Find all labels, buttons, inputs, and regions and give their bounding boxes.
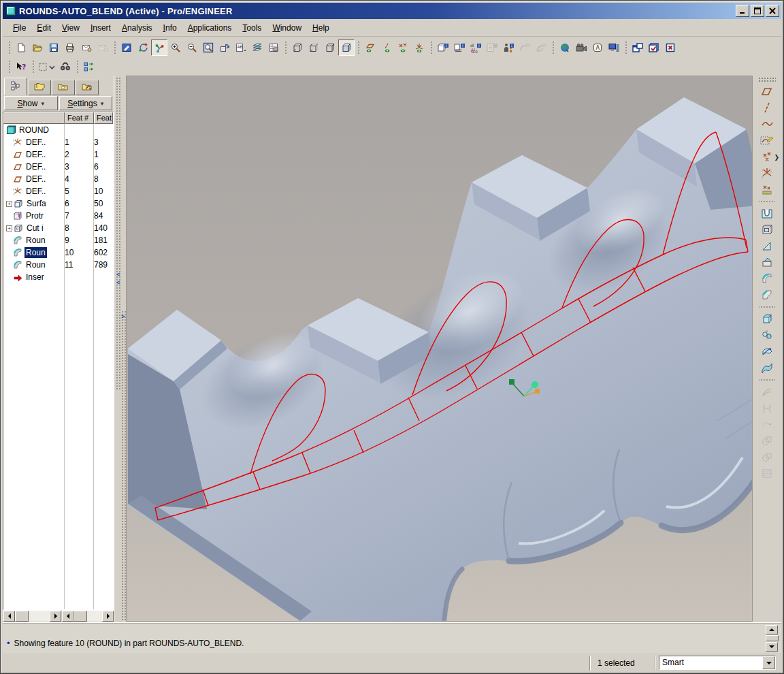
shaded-display-button[interactable] bbox=[338, 39, 355, 56]
menu-applications[interactable]: Applications bbox=[183, 21, 237, 35]
expand-icon[interactable]: + bbox=[6, 225, 12, 231]
flyout-arrow-icon[interactable]: ❯ bbox=[774, 154, 779, 161]
menu-tools[interactable]: Tools bbox=[238, 21, 266, 35]
tree-header-name[interactable] bbox=[3, 112, 65, 124]
new-file-button[interactable] bbox=[13, 39, 29, 56]
model-tree-setup-button[interactable] bbox=[265, 39, 282, 56]
show-dropdown-button[interactable]: Show▾ bbox=[4, 96, 58, 110]
zoom-out-button[interactable] bbox=[184, 39, 200, 56]
title-bar[interactable]: ROUNDS-AUTO_BLEND (Active) - Pro/ENGINEE… bbox=[3, 3, 781, 19]
boundary-blend-tool-button[interactable] bbox=[759, 359, 775, 376]
save-button[interactable] bbox=[46, 39, 62, 56]
close-button[interactable] bbox=[766, 5, 779, 17]
menu-help[interactable]: Help bbox=[308, 21, 334, 35]
menu-info[interactable]: Info bbox=[159, 21, 182, 35]
tree-row-feature[interactable]: yzx DEF.. 5 10 bbox=[3, 185, 113, 197]
spin-center-button[interactable] bbox=[151, 39, 167, 56]
offset-point-tool-button[interactable] bbox=[759, 181, 775, 197]
scrollbar-thumb[interactable] bbox=[766, 635, 779, 641]
menu-file[interactable]: File bbox=[8, 21, 31, 35]
context-help-button[interactable]: ? bbox=[13, 59, 29, 75]
datum-csys-tool-button[interactable]: yzx bbox=[759, 165, 775, 181]
scroll-right-button[interactable] bbox=[102, 611, 114, 622]
tree-columns-hscrollbar[interactable] bbox=[62, 610, 114, 622]
chamfer-tool-button[interactable] bbox=[759, 287, 775, 303]
menu-window[interactable]: Window bbox=[267, 21, 306, 35]
point-display-button[interactable] bbox=[395, 39, 411, 56]
feature-info-button[interactable]: i bbox=[451, 39, 468, 56]
animation-button[interactable] bbox=[573, 39, 589, 56]
hole-tool-button[interactable] bbox=[759, 205, 775, 221]
scrollbar-track[interactable] bbox=[29, 611, 50, 622]
send-mail-button[interactable] bbox=[78, 39, 95, 56]
orient-mode-button[interactable] bbox=[135, 39, 151, 56]
sketch-tool-button[interactable] bbox=[759, 132, 775, 148]
shell-tool-button[interactable] bbox=[759, 221, 775, 238]
system-display-button[interactable] bbox=[606, 39, 622, 56]
refit-button[interactable] bbox=[200, 39, 216, 56]
no-hidden-display-button[interactable] bbox=[322, 39, 338, 56]
tree-name-hscrollbar[interactable] bbox=[3, 610, 61, 622]
repaint-button[interactable] bbox=[118, 39, 135, 56]
tree-header-feat-id[interactable]: Feat.. bbox=[94, 112, 113, 124]
model-tree-toggle-button[interactable] bbox=[81, 59, 97, 75]
revolve-tool-button[interactable] bbox=[759, 327, 775, 343]
model-info-button[interactable]: i bbox=[435, 39, 451, 56]
user-info-button[interactable]: i bbox=[500, 39, 517, 56]
datum-plane-tool-button[interactable] bbox=[759, 83, 775, 99]
model-tree-tab[interactable] bbox=[4, 78, 27, 95]
scroll-right-button[interactable] bbox=[50, 611, 61, 622]
web-browser-button[interactable] bbox=[557, 39, 573, 56]
csys-display-button[interactable] bbox=[411, 39, 427, 56]
utilities-tab[interactable] bbox=[76, 80, 99, 95]
zoom-in-button[interactable] bbox=[167, 39, 184, 56]
graphics-area[interactable] bbox=[126, 76, 753, 622]
reorient-button[interactable] bbox=[216, 39, 233, 56]
datum-point-tool-button[interactable]: ❯ bbox=[759, 148, 775, 165]
annotation-key-button[interactable]: A bbox=[589, 39, 606, 56]
activate-window-button[interactable] bbox=[646, 39, 662, 56]
filter-value[interactable]: Smart bbox=[659, 656, 762, 669]
selection-filter-button[interactable] bbox=[37, 59, 57, 75]
datum-axis-display-button[interactable] bbox=[378, 39, 395, 56]
dimension-info-button[interactable]: dl0.0i bbox=[468, 39, 484, 56]
scrollbar-track[interactable] bbox=[87, 611, 102, 622]
toolbar-drag-handle[interactable] bbox=[758, 77, 776, 82]
hidden-line-display-button[interactable] bbox=[306, 39, 322, 56]
selection-filter-combo[interactable]: Smart bbox=[659, 656, 776, 670]
model-canvas[interactable] bbox=[127, 76, 753, 621]
collapse-left-icon[interactable]: < bbox=[116, 272, 120, 277]
tree-row-insert-here[interactable]: Inser bbox=[3, 271, 113, 283]
favorites-tab[interactable] bbox=[52, 80, 75, 95]
datum-plane-display-button[interactable] bbox=[362, 39, 378, 56]
maximize-button[interactable] bbox=[751, 5, 764, 17]
wireframe-display-button[interactable] bbox=[289, 39, 306, 56]
datum-axis-tool-button[interactable] bbox=[759, 99, 775, 116]
navigator-sash[interactable]: < < > bbox=[114, 76, 126, 622]
tree-row-feature[interactable]: yzx DEF.. 1 3 bbox=[3, 136, 113, 148]
tree-row-feature[interactable]: DEF.. 4 8 bbox=[3, 173, 113, 185]
open-file-button[interactable] bbox=[29, 39, 46, 56]
tree-row-feature[interactable]: Protr 7 84 bbox=[3, 210, 113, 222]
close-window-button[interactable] bbox=[662, 39, 679, 56]
minimize-button[interactable] bbox=[736, 5, 749, 17]
combo-dropdown-button[interactable] bbox=[762, 656, 775, 669]
tree-row-feature[interactable]: + Surfa 6 50 bbox=[3, 197, 113, 210]
draft-tool-button[interactable] bbox=[759, 238, 775, 254]
datum-curve-tool-button[interactable] bbox=[759, 116, 775, 132]
scroll-left-button[interactable] bbox=[3, 611, 15, 622]
tree-row-part[interactable]: ROUND bbox=[3, 124, 113, 136]
menu-edit[interactable]: Edit bbox=[32, 21, 56, 35]
tree-row-feature[interactable]: DEF.. 3 6 bbox=[3, 161, 113, 173]
scrollbar-thumb[interactable] bbox=[15, 611, 29, 622]
scroll-left-button[interactable] bbox=[62, 611, 74, 622]
sweep-tool-button[interactable] bbox=[759, 343, 775, 359]
tree-header-feat-num[interactable]: Feat # bbox=[65, 112, 94, 124]
menu-analysis[interactable]: Analysis bbox=[117, 21, 157, 35]
settings-dropdown-button[interactable]: Settings▾ bbox=[59, 96, 113, 110]
tree-row-feature[interactable]: Roun 9 181 bbox=[3, 234, 113, 246]
tree-row-feature[interactable]: DEF.. 2 1 bbox=[3, 148, 113, 161]
extrude-tool-button[interactable] bbox=[759, 310, 775, 327]
menu-view[interactable]: View bbox=[57, 21, 84, 35]
print-button[interactable] bbox=[62, 39, 78, 56]
